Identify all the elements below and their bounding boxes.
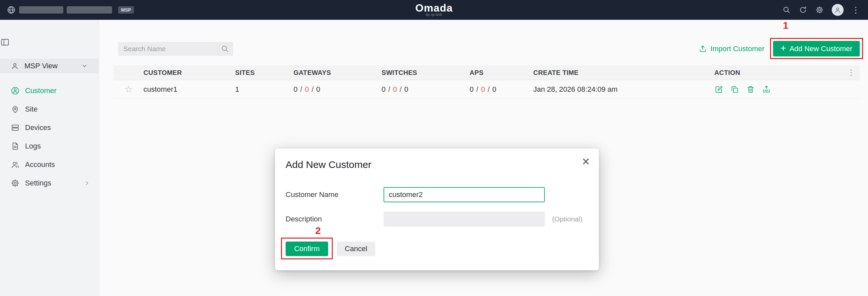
- settings-gear-icon: [10, 179, 20, 188]
- sidebar-item-settings[interactable]: Settings: [0, 174, 99, 193]
- column-header-sites: SITES: [235, 69, 293, 77]
- column-header-action: ACTION: [714, 69, 860, 77]
- column-header-gateways: GATEWAYS: [293, 69, 381, 77]
- topbar-right: ⋮: [782, 4, 868, 16]
- description-row: Description (Optional): [286, 211, 582, 227]
- site-icon: [10, 105, 20, 114]
- customer-name-row: Customer Name: [286, 187, 545, 202]
- export-icon[interactable]: [762, 85, 771, 94]
- customer-name-cell: customer1: [144, 85, 235, 94]
- search-name-box[interactable]: [118, 42, 233, 56]
- cancel-button[interactable]: Cancel: [337, 241, 375, 256]
- sidebar-item-logs[interactable]: Logs: [0, 137, 99, 155]
- msp-view-icon: [10, 62, 19, 70]
- customer-icon: [10, 86, 20, 95]
- copy-icon[interactable]: [730, 85, 739, 94]
- modal-title: Add New Customer: [286, 159, 371, 170]
- column-header-aps: APS: [470, 69, 533, 77]
- import-customer-link[interactable]: Import Customer: [699, 45, 765, 53]
- table-row[interactable]: ☆ customer1 1 0/0/0 0/0/0 0/0/0 Jan 28, …: [114, 80, 860, 99]
- add-new-customer-label: Add New Customer: [789, 45, 852, 53]
- add-new-customer-button[interactable]: + Add New Customer: [773, 41, 860, 56]
- omada-logo: Omada by tp-link: [415, 2, 453, 17]
- customer-name-input[interactable]: [383, 187, 545, 202]
- topbar-left: MSP: [0, 5, 134, 14]
- sidebar-item-site[interactable]: Site: [0, 100, 99, 118]
- sidebar-item-devices[interactable]: Devices: [0, 118, 99, 137]
- switches-cell: 0/0/0: [381, 85, 470, 94]
- toolbar: Import Customer + Add New Customer: [118, 41, 860, 56]
- omada-wordmark: Omada: [415, 2, 453, 13]
- avatar[interactable]: [832, 4, 844, 16]
- sidebar-nav: Customer Site Devices Logs Accounts: [0, 82, 99, 193]
- logs-icon: [10, 142, 20, 151]
- toolbar-actions: Import Customer + Add New Customer: [699, 41, 860, 56]
- favorite-star-icon[interactable]: ☆: [124, 85, 132, 94]
- gateways-cell: 0/0/0: [293, 85, 381, 94]
- redacted-org-name: [67, 6, 112, 13]
- edit-icon[interactable]: [714, 85, 723, 94]
- search-input[interactable]: [118, 42, 233, 56]
- import-customer-label: Import Customer: [710, 45, 765, 53]
- refresh-icon[interactable]: [799, 6, 807, 14]
- sidebar-collapse-icon[interactable]: [0, 37, 99, 47]
- close-icon[interactable]: ×: [582, 154, 590, 168]
- optional-hint: (Optional): [552, 215, 582, 223]
- devices-icon: [10, 123, 20, 132]
- aps-cell: 0/0/0: [470, 85, 533, 94]
- chevron-down-icon: [81, 62, 88, 70]
- plus-icon: +: [780, 43, 786, 53]
- column-header-customer: CUSTOMER: [144, 69, 235, 77]
- create-time-cell: Jan 28, 2026 08:24:09 am: [533, 85, 714, 94]
- description-input[interactable]: [383, 211, 545, 227]
- sidebar-item-accounts[interactable]: Accounts: [0, 155, 99, 174]
- customer-name-label: Customer Name: [286, 190, 383, 199]
- description-label: Description: [286, 215, 383, 224]
- table-header-row: CUSTOMER SITES GATEWAYS SWITCHES APS CRE…: [114, 65, 860, 80]
- gear-icon[interactable]: [815, 6, 824, 14]
- topbar: MSP Omada by tp-link ⋮: [0, 0, 868, 20]
- column-header-switches: SWITCHES: [381, 69, 470, 77]
- msp-view-label: MSP View: [24, 62, 58, 70]
- globe-icon[interactable]: [7, 5, 16, 14]
- search-icon[interactable]: [782, 6, 791, 14]
- chevron-right-icon: [84, 179, 91, 187]
- customer-table: CUSTOMER SITES GATEWAYS SWITCHES APS CRE…: [114, 65, 860, 99]
- delete-trash-icon[interactable]: [746, 85, 755, 94]
- modal-actions: Confirm Cancel: [286, 241, 375, 256]
- sites-cell: 1: [235, 85, 293, 94]
- msp-badge: MSP: [118, 6, 134, 13]
- sidebar-item-customer[interactable]: Customer: [0, 82, 99, 100]
- msp-view-switcher[interactable]: MSP View: [0, 59, 99, 73]
- search-icon[interactable]: [221, 45, 229, 53]
- column-header-create-time: CREATE TIME: [533, 69, 714, 77]
- redacted-org-name: [19, 6, 63, 13]
- add-customer-modal: Add New Customer × Customer Name Descrip…: [275, 148, 599, 270]
- column-settings-icon[interactable]: ⋮: [847, 68, 855, 77]
- sidebar: MSP View Customer Site Devices: [0, 20, 99, 296]
- confirm-button[interactable]: Confirm: [286, 241, 328, 256]
- kebab-menu-icon[interactable]: ⋮: [851, 6, 860, 14]
- upload-icon: [699, 45, 707, 53]
- accounts-icon: [10, 160, 20, 169]
- action-cell: [714, 85, 860, 94]
